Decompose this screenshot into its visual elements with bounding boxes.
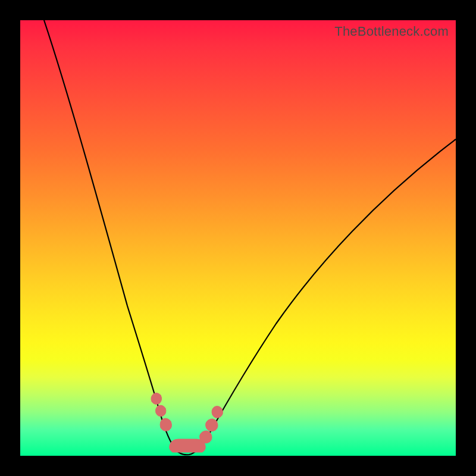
curve-layer [20,20,456,456]
plot-area: TheBottleneck.com [20,20,456,456]
bottleneck-curve [44,20,456,455]
chart-frame: { "watermark": "TheBottleneck.com", "col… [0,0,476,476]
trough-markers [151,393,223,452]
